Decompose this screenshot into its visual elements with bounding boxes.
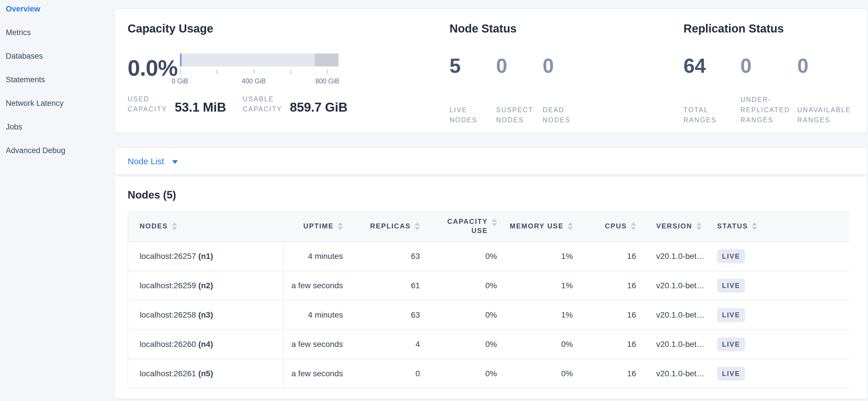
cell-uptime: 4 minutes [283,300,346,330]
cell-version: v20.1.0-bet… [639,330,712,359]
counter-label: UNAVAILABLE RANGES [797,105,851,125]
node-status-section: Node Status 5LIVE NODES0SUSPECT NODES0DE… [450,22,683,133]
node-list-dropdown[interactable]: Node List [128,156,178,166]
cell-node: localhost:26260 (n4) [128,330,283,359]
stat-label: USED CAPACITY [128,94,173,114]
sort-desc-icon [415,227,420,230]
node-address: localhost:26261 [140,369,198,378]
cell-version: v20.1.0-bet… [639,271,712,300]
cell-status: LIVE [712,241,849,271]
sidebar-item-databases[interactable]: Databases [0,52,114,61]
node-status-counters: 5LIVE NODES0SUSPECT NODES0DEAD NODES [450,56,683,125]
cell-cpus: 16 [576,359,639,388]
node-address: localhost:26259 [140,281,198,290]
table-row[interactable]: localhost:26260 (n4)a few seconds40%0%16… [128,330,849,359]
counter: 0UNAVAILABLE RANGES [797,56,851,125]
cell-capacity_use: 0% [423,271,500,300]
column-header-label: NODES [140,222,168,230]
column-header-capacity_use[interactable]: CAPACITY USE [423,211,500,241]
cell-memory_use: 1% [500,300,576,330]
cluster-summary-card: Capacity Usage 0.0% 0 GiB400 GiB800 GiB … [114,9,867,133]
counter: 0DEAD NODES [542,56,586,125]
column-header-label: MEMORY USE [509,222,564,230]
cell-node: localhost:26261 (n5) [128,359,283,388]
column-header-inner: REPLICAS [346,222,423,230]
node-address: localhost:26257 [140,252,198,261]
gauge-tick [290,69,291,74]
cell-status: LIVE [712,359,849,388]
sort-desc-icon [696,227,702,230]
counter-label: UNDER-REPLICATED RANGES [740,95,795,125]
column-header-uptime[interactable]: UPTIME [283,211,346,241]
status-badge: LIVE [717,308,745,322]
sort-desc-icon [752,227,757,230]
column-header-label: STATUS [717,222,748,230]
table-row[interactable]: localhost:26261 (n5)a few seconds00%0%16… [128,359,849,388]
capacity-gauge-row: 0.0% 0 GiB400 GiB800 GiB [128,45,450,91]
sort-asc-icon [338,222,343,226]
capacity-gauge-bar [180,54,339,66]
gauge-tick [217,69,217,74]
column-header-inner: STATUS [712,222,849,230]
sidebar-item-network-latency[interactable]: Network Latency [0,99,114,108]
sidebar-item-overview[interactable]: Overview [0,5,114,13]
cell-uptime: 4 minutes [283,241,346,271]
capacity-stats: USED CAPACITY53.1 MiBUSABLE CAPACITY859.… [128,94,450,114]
cell-version: v20.1.0-bet… [639,359,712,388]
counter-label: LIVE NODES [450,105,493,125]
sidebar-item-jobs[interactable]: Jobs [0,122,114,132]
counter-value: 64 [683,56,738,76]
column-header-memory_use[interactable]: MEMORY USE [500,211,576,241]
column-header-inner: UPTIME [283,222,346,230]
cell-capacity_use: 0% [423,300,500,330]
node-list-bar: Node List [114,148,867,175]
column-header-status[interactable]: STATUS [712,211,849,241]
sort-asc-icon [631,222,636,226]
counter: 0SUSPECT NODES [496,56,540,125]
column-header-node[interactable]: NODES [128,211,283,241]
table-row[interactable]: localhost:26257 (n1)4 minutes630%1%16v20… [128,241,849,271]
cell-memory_use: 0% [500,330,576,359]
counter-label: SUSPECT NODES [496,105,540,125]
cell-status: LIVE [712,330,849,359]
table-row[interactable]: localhost:26258 (n3)4 minutes630%1%16v20… [128,300,849,330]
sidebar-item-metrics[interactable]: Metrics [0,28,114,37]
gauge-tick [180,69,181,74]
node-list-label: Node List [128,156,164,166]
sidebar-nav: OverviewMetricsDatabasesStatementsNetwor… [0,0,114,401]
sort-desc-icon [492,223,497,226]
node-id: (n4) [198,340,213,349]
sort-asc-icon [172,222,177,226]
status-badge: LIVE [717,337,745,351]
stat-label: USABLE CAPACITY [243,94,288,114]
sort-icon [338,222,343,230]
sidebar-item-statements[interactable]: Statements [0,75,114,84]
column-header-replicas[interactable]: REPLICAS [346,211,423,241]
replication-status-title: Replication Status [683,22,854,35]
column-header-version[interactable]: VERSION [639,211,712,241]
nodes-table-body: localhost:26257 (n1)4 minutes630%1%16v20… [128,241,849,388]
column-header-inner: MEMORY USE [500,222,576,230]
cell-replicas: 61 [346,271,423,300]
cell-node: localhost:26259 (n2) [128,271,283,300]
counter-value: 0 [542,56,586,76]
sort-asc-icon [568,222,573,226]
table-row[interactable]: localhost:26259 (n2)a few seconds610%1%1… [128,271,849,300]
gauge-used-segment [180,54,182,66]
capacity-usage-section: Capacity Usage 0.0% 0 GiB400 GiB800 GiB … [128,22,450,133]
sort-asc-icon [492,219,497,222]
stat-value: 53.1 MiB [175,100,226,114]
cell-capacity_use: 0% [423,359,500,388]
node-id: (n2) [198,281,213,290]
cell-version: v20.1.0-bet… [639,241,712,271]
cell-uptime: a few seconds [283,330,346,359]
column-header-cpus[interactable]: CPUS [576,211,639,241]
status-badge: LIVE [717,250,745,263]
sort-desc-icon [631,227,636,230]
sidebar-item-advanced-debug[interactable]: Advanced Debug [0,146,114,155]
sort-icon [172,222,177,230]
capacity-gauge: 0 GiB400 GiB800 GiB [180,54,339,91]
cell-capacity_use: 0% [423,241,500,271]
cell-cpus: 16 [576,300,639,330]
cell-cpus: 16 [576,330,639,359]
